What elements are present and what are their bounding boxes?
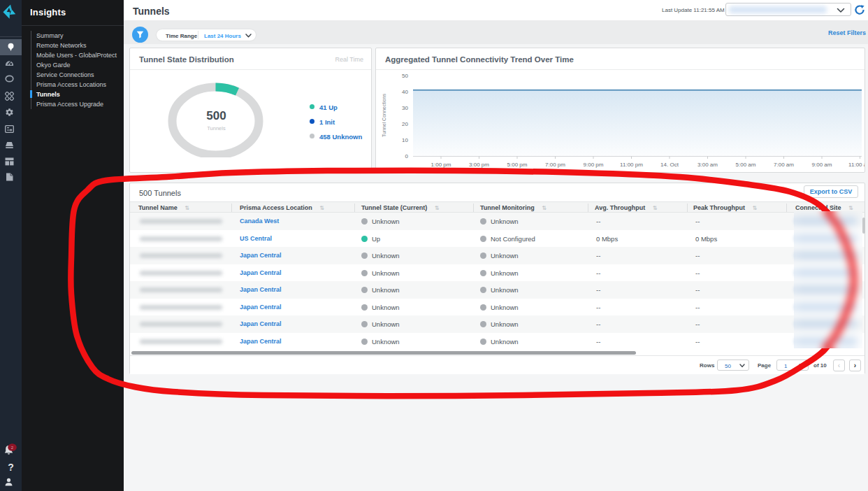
svg-text:3:00 am: 3:00 am bbox=[697, 162, 718, 168]
svg-text:30: 30 bbox=[402, 105, 408, 111]
svg-text:14. Oct: 14. Oct bbox=[660, 162, 679, 168]
svg-text:0: 0 bbox=[405, 153, 409, 159]
svg-text:7:00 am: 7:00 am bbox=[774, 162, 794, 168]
svg-text:50: 50 bbox=[402, 73, 408, 79]
svg-text:1:00 pm: 1:00 pm bbox=[431, 162, 451, 168]
svg-text:20: 20 bbox=[402, 121, 408, 127]
svg-text:5:00 pm: 5:00 pm bbox=[507, 162, 528, 168]
svg-text:Tunnel Connections: Tunnel Connections bbox=[382, 94, 386, 138]
svg-text:10: 10 bbox=[402, 137, 408, 143]
svg-text:9:00 am: 9:00 am bbox=[812, 162, 832, 168]
svg-text:5:00 am: 5:00 am bbox=[736, 162, 756, 168]
svg-text:7:00 pm: 7:00 pm bbox=[545, 162, 565, 168]
svg-text:3:00 pm: 3:00 pm bbox=[469, 162, 489, 168]
svg-text:9:00 pm: 9:00 pm bbox=[584, 162, 604, 168]
svg-text:11:00 pm: 11:00 pm bbox=[620, 162, 643, 168]
svg-text:40: 40 bbox=[402, 89, 408, 95]
svg-text:11:00 am: 11:00 am bbox=[848, 162, 865, 168]
